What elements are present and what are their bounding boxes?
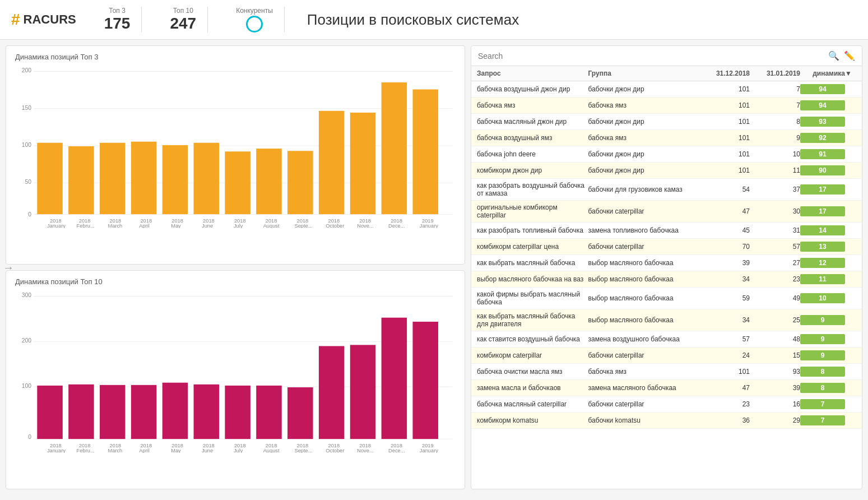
- query-cell: бабочка масляный caterpillar: [477, 400, 588, 408]
- svg-rect-58: [68, 385, 94, 439]
- svg-text:0: 0: [28, 434, 31, 440]
- table-row[interactable]: выбор масляного бабочкаа на ваз выбор ма…: [471, 271, 862, 288]
- table-row[interactable]: замена масла и бабочкаов замена масляног…: [471, 380, 862, 396]
- query-cell: как выбрать масляный бабочка для двигате…: [477, 312, 588, 328]
- table-row[interactable]: бабочка очистки масла ямз бабочка ямз 10…: [471, 364, 862, 380]
- query-cell: замена масла и бабочкаов: [477, 384, 588, 392]
- d1-cell: 101: [699, 118, 750, 126]
- chart-top3-svg: 200 150 100 50 0: [15, 66, 456, 228]
- dyn-cell: 13: [800, 242, 845, 252]
- d1-cell: 23: [699, 400, 750, 408]
- svg-text:Nove...: Nove...: [357, 448, 373, 453]
- svg-rect-15: [194, 143, 220, 214]
- page-title: Позиции в поисковых системах: [307, 11, 519, 29]
- logo-text: RACURS: [24, 12, 76, 27]
- dyn-cell: 9: [800, 334, 845, 344]
- svg-text:July: July: [234, 223, 243, 228]
- group-cell: бабочки caterpillar: [588, 400, 700, 408]
- svg-rect-20: [350, 113, 376, 214]
- col-scroll: ▼: [845, 70, 856, 77]
- query-cell: как разобрать воздушный бабочка от камаз…: [477, 182, 588, 197]
- d2-cell: 10: [750, 150, 800, 158]
- svg-text:March: March: [108, 223, 122, 228]
- chart-top3: Динамика позиций Топ 3 200 150 100 50 0: [6, 45, 465, 265]
- d2-cell: 25: [750, 316, 800, 324]
- edit-icon[interactable]: ✏️: [844, 50, 855, 61]
- table-row[interactable]: как ставится воздушный бабочка замена во…: [471, 331, 862, 348]
- table-row[interactable]: как выбрать масляный бабочка для двигате…: [471, 309, 862, 331]
- table-header: Запрос Группа 31.12.2018 31.01.2019 дина…: [471, 66, 862, 81]
- table-row[interactable]: комбикорм caterpillar бабочки caterpilla…: [471, 348, 862, 364]
- d2-cell: 39: [750, 384, 800, 392]
- group-cell: замена масляного бабочкаа: [588, 384, 700, 392]
- table-row[interactable]: комбикорм komatsu бабочки komatsu 36 29 …: [471, 413, 862, 429]
- table-row[interactable]: как разобрать топливный бабочка замена т…: [471, 223, 862, 239]
- table-row[interactable]: как разобрать воздушный бабочка от камаз…: [471, 179, 862, 201]
- d2-cell: 16: [750, 400, 800, 408]
- svg-text:October: October: [326, 223, 344, 228]
- table-row[interactable]: бабочка масляный caterpillar бабочки cat…: [471, 396, 862, 413]
- table-row[interactable]: как выбрать масляный бабочка выбор масля…: [471, 255, 862, 271]
- svg-text:January: January: [420, 223, 438, 228]
- table-row[interactable]: комбикорм caterpillar цена бабочки cater…: [471, 239, 862, 255]
- svg-rect-12: [100, 143, 126, 214]
- svg-text:0: 0: [28, 211, 31, 217]
- group-cell: бабочки caterpillar: [588, 243, 700, 251]
- table-row[interactable]: оригинальные комбикорм caterpillar бабоч…: [471, 201, 862, 223]
- svg-rect-68: [382, 318, 407, 439]
- svg-text:Septe...: Septe...: [294, 223, 312, 228]
- group-cell: бабочки caterpillar: [588, 207, 700, 215]
- d1-cell: 101: [699, 150, 750, 158]
- table-row[interactable]: какой фирмы выбрать масляный бабочка выб…: [471, 288, 862, 309]
- svg-text:May: May: [171, 448, 181, 453]
- d1-cell: 59: [699, 294, 750, 302]
- group-cell: бабочка ямз: [588, 368, 700, 376]
- svg-text:January: January: [47, 223, 66, 228]
- svg-rect-17: [256, 149, 282, 214]
- dyn-cell: 93: [800, 117, 845, 127]
- svg-rect-62: [194, 385, 220, 439]
- search-icon[interactable]: 🔍: [828, 50, 839, 61]
- dyn-cell: 12: [800, 258, 845, 268]
- table-body[interactable]: бабочка воздушный джон дир бабочки джон …: [471, 81, 862, 489]
- d2-cell: 29: [750, 416, 800, 424]
- table-row[interactable]: бабочка ямз бабочка ямз 101 7 94: [471, 98, 862, 114]
- table-row[interactable]: комбикорм джон дир бабочки джон дир 101 …: [471, 163, 862, 179]
- competitors-circle-icon[interactable]: [246, 16, 263, 33]
- table-row[interactable]: бабочка масляный джон дир бабочки джон д…: [471, 114, 862, 130]
- query-cell: бабочка масляный джон дир: [477, 118, 588, 126]
- dyn-cell: 10: [800, 293, 845, 303]
- svg-text:January: January: [47, 448, 66, 453]
- chart-top10-title: Динамика позиций Топ 10: [15, 277, 456, 286]
- d1-cell: 54: [699, 186, 750, 193]
- chart-top10: Динамика позиций Топ 10 300 200 100 0: [6, 270, 465, 489]
- nav-arrow-icon[interactable]: →: [3, 261, 14, 274]
- left-panel: → Динамика позиций Топ 3 200 150 100 50 …: [6, 45, 465, 489]
- svg-text:June: June: [202, 223, 213, 228]
- svg-rect-64: [256, 386, 282, 439]
- search-input[interactable]: [478, 52, 824, 61]
- query-cell: бабочка очистки масла ямз: [477, 368, 588, 376]
- svg-rect-19: [319, 111, 345, 214]
- d2-cell: 7: [750, 101, 800, 109]
- query-cell: комбикорм komatsu: [477, 416, 588, 424]
- svg-text:150: 150: [22, 105, 31, 111]
- group-cell: бабочка ямз: [588, 134, 700, 142]
- svg-rect-67: [350, 345, 376, 439]
- d2-cell: 8: [750, 118, 800, 126]
- d2-cell: 7: [750, 85, 800, 93]
- dyn-cell: 7: [800, 415, 845, 425]
- dyn-cell: 17: [800, 206, 845, 216]
- svg-rect-21: [382, 82, 407, 214]
- d1-cell: 101: [699, 134, 750, 142]
- table-row[interactable]: бабочка john deere бабочки джон дир 101 …: [471, 146, 862, 163]
- table-row[interactable]: бабочка воздушный джон дир бабочки джон …: [471, 81, 862, 98]
- query-cell: бабочка ямз: [477, 101, 588, 109]
- table-row[interactable]: бабочка воздушный ямз бабочка ямз 101 9 …: [471, 130, 862, 146]
- group-cell: бабочки джон дир: [588, 118, 700, 126]
- svg-text:100: 100: [22, 142, 31, 148]
- top10-stat: Топ 10 247: [159, 7, 208, 33]
- query-cell: как разобрать топливный бабочка: [477, 226, 588, 234]
- top10-value: 247: [170, 15, 196, 33]
- right-panel: 🔍 ✏️ Запрос Группа 31.12.2018 31.01.2019…: [471, 45, 862, 489]
